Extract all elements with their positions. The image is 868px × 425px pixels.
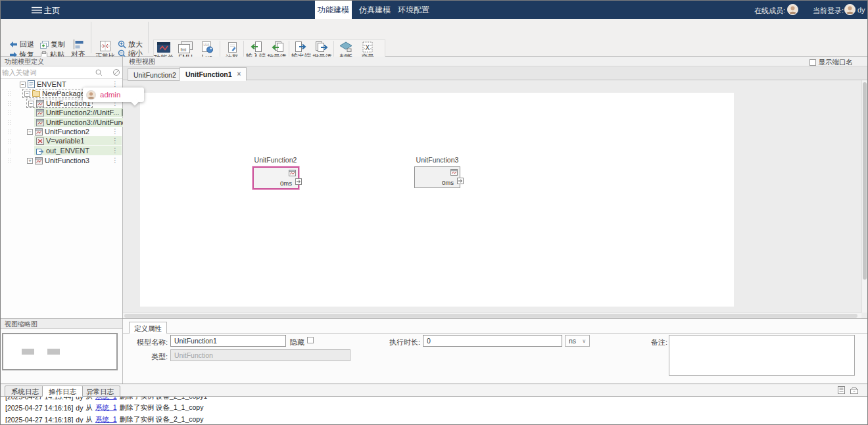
block-output-port[interactable]	[457, 178, 464, 184]
block-title: UnitFunction3	[398, 156, 477, 164]
fmu-icon: fmi	[178, 41, 193, 53]
thumbnail-panel: 视图缩略图	[1, 319, 123, 384]
tree-search-bar	[1, 66, 122, 79]
drag-handle[interactable]	[7, 138, 11, 144]
collapse-icon[interactable]: −	[27, 129, 33, 135]
duration-label: 执行时长:	[386, 338, 420, 347]
online-member-avatar[interactable]	[787, 4, 798, 15]
tab-function-modeling[interactable]: 功能建模	[315, 1, 352, 19]
copy-button[interactable]: 复制	[40, 39, 65, 49]
model-view-header: 模型视图 显示端口名	[123, 57, 867, 66]
vertical-scrollbar[interactable]	[861, 80, 867, 312]
close-icon[interactable]: ×	[237, 70, 241, 78]
tab-definition-properties[interactable]: 定义属性	[129, 322, 167, 334]
show-port-names-checkbox[interactable]	[809, 59, 816, 66]
thumbnail-viewport[interactable]	[2, 333, 118, 370]
remark-textarea[interactable]	[669, 335, 855, 376]
eye-off-icon[interactable]	[112, 68, 120, 76]
canvas-tab-bar: UnitFunction2 × UnitFunction1 ×	[123, 66, 867, 80]
collapse-icon[interactable]: −	[24, 91, 30, 97]
function-node-icon	[35, 157, 43, 164]
current-user-avatar[interactable]	[844, 4, 856, 15]
block-output-port[interactable]	[295, 178, 302, 185]
block-unitfunction2[interactable]: 0ms	[253, 166, 299, 189]
tree-label: NewPackage	[42, 89, 85, 97]
tab-simulation-modeling[interactable]: 仿真建模	[356, 1, 393, 19]
tab-environment-config[interactable]: 环境配置	[395, 1, 432, 19]
duration-input[interactable]	[423, 335, 562, 347]
svg-text:X: X	[366, 44, 370, 51]
drag-handle[interactable]	[7, 120, 11, 126]
folder-icon	[32, 90, 40, 97]
type-input	[170, 349, 350, 361]
type-label: 类型:	[147, 352, 168, 362]
expand-icon[interactable]: +	[27, 158, 33, 164]
kebab-menu-icon[interactable]: ⋮	[112, 157, 122, 164]
log-list-icon[interactable]	[838, 386, 845, 394]
kebab-menu-icon[interactable]: ⋮	[112, 138, 122, 144]
show-port-names-option[interactable]: 显示端口名	[809, 57, 854, 67]
search-icon[interactable]	[95, 69, 103, 76]
show-port-names-label: 显示端口名	[819, 57, 854, 67]
log-entry: [2025-04-27 14:16:16] dy 从 系统_1 删除了实例 设备…	[1, 403, 867, 414]
collapse-icon[interactable]: −	[28, 101, 34, 107]
tree-label: out_ENVENT	[46, 147, 89, 155]
collapse-icon[interactable]: −	[20, 82, 26, 88]
log-archive-icon[interactable]	[850, 386, 858, 394]
current-user-name: dy	[857, 6, 865, 14]
block-unitfunction3[interactable]: 0ms	[414, 166, 460, 188]
drag-handle[interactable]	[7, 158, 11, 164]
lua-icon: LUA	[201, 41, 214, 53]
log-system-link[interactable]: 系统_1	[95, 415, 117, 423]
drag-handle[interactable]	[7, 101, 11, 107]
tab-divider	[123, 333, 867, 334]
online-members-label: 在线成员:	[754, 6, 785, 16]
duration-unit-select[interactable]: ns ∨	[565, 335, 590, 347]
drag-handle[interactable]	[7, 110, 11, 116]
log-action: 删除了实例 设备_2_1_copy1	[120, 397, 208, 401]
tree-row-variable1[interactable]: V=variable1 ⋮	[1, 136, 122, 145]
log-tab-bar: 系统日志 操作日志 异常日志	[1, 384, 867, 397]
kebab-menu-icon[interactable]: ⋮	[112, 81, 122, 88]
horizontal-scrollbar[interactable]	[123, 312, 861, 318]
menu-home[interactable]: 主页	[44, 5, 60, 16]
log-action: 删除了实例 设备_2_1_copy	[120, 415, 204, 423]
hide-checkbox[interactable]	[307, 337, 314, 343]
model-name-input[interactable]	[170, 335, 286, 347]
horizontal-scrollbar-thumb[interactable]	[124, 314, 857, 318]
tree-label: UnitFunction2	[45, 128, 89, 136]
tree-label: UnitFunction3://UnitFuncti...	[46, 118, 135, 126]
vertical-scrollbar-thumb[interactable]	[863, 82, 867, 280]
tree-row-out-envent[interactable]: out_ENVENT ⋮	[1, 146, 122, 155]
tree-row-unitfunction2[interactable]: − UnitFunction2 ⋮	[1, 127, 122, 136]
tab-system-log[interactable]: 系统日志	[5, 386, 45, 397]
drag-handle[interactable]	[7, 148, 11, 154]
kebab-menu-icon[interactable]: ⋮	[112, 147, 122, 154]
model-view-panel: 模型视图 显示端口名 UnitFunction2 × UnitFunction1…	[123, 57, 867, 318]
log-system-link[interactable]: 系统_1	[95, 403, 117, 413]
tab-operation-log[interactable]: 操作日志	[42, 386, 83, 397]
normal-scale-icon	[99, 40, 111, 52]
search-input[interactable]	[2, 67, 94, 78]
kebab-menu-icon[interactable]: ⋮	[112, 128, 122, 135]
canvas-tab-unitfunction1[interactable]: UnitFunction1 ×	[180, 67, 247, 81]
app-menu-icon[interactable]	[32, 7, 42, 14]
user-lock-tooltip: admin	[83, 88, 144, 102]
tree-row-unitfunction3-ref[interactable]: UnitFunction3://UnitFuncti... ⋮	[1, 118, 122, 127]
drag-handle[interactable]	[7, 91, 11, 97]
canvas-sheet[interactable]	[140, 93, 734, 307]
undo-button[interactable]: 回退	[9, 39, 34, 49]
log-entries: [2025-04-27 14:15:44] dy 从 系统_1 删除了实例 设备…	[1, 397, 867, 423]
properties-panel: 视图缩略图 定义属性 模型名称: 隐藏 执行时长: ns ∨ 备注: 类型:	[1, 318, 867, 384]
drag-handle[interactable]	[7, 129, 11, 135]
zoom-in-button[interactable]: 放大	[118, 39, 143, 49]
current-login-label: 当前登录:	[813, 6, 844, 16]
input-port-icon	[250, 41, 262, 52]
function-node-icon	[36, 100, 44, 107]
log-system-link[interactable]: 系统_1	[95, 397, 117, 401]
tooltip-avatar	[86, 90, 96, 100]
tree-label: UnitFunction2://UnitF...	[46, 109, 119, 116]
tab-exception-log[interactable]: 异常日志	[80, 386, 120, 397]
tree-row-unitfunction3[interactable]: + UnitFunction3 ⋮	[1, 156, 122, 165]
tree-row-unitfunction2-ref[interactable]: UnitFunction2://UnitF... ⋮	[1, 108, 122, 117]
